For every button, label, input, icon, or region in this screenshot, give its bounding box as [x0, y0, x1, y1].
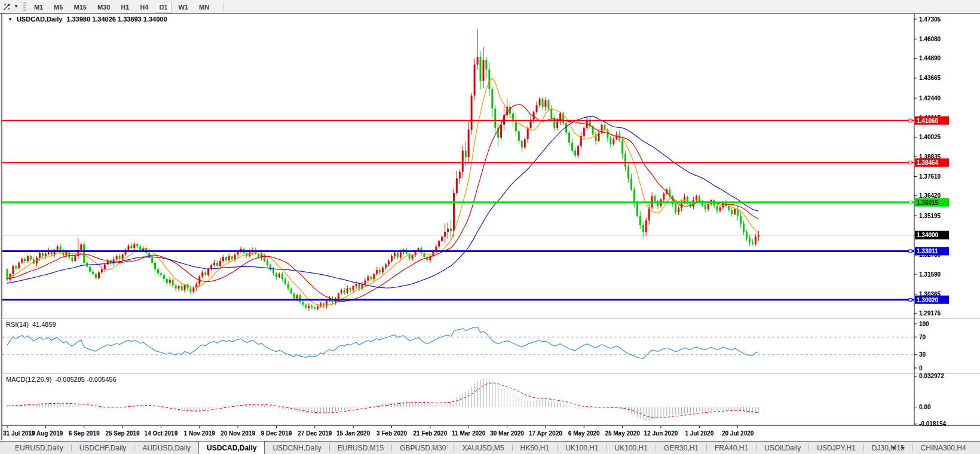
chart-tab-fra40-h1[interactable]: FRA40,H1 — [707, 441, 756, 454]
candle-body — [284, 279, 286, 284]
candle-body — [186, 284, 188, 289]
timeframe-button-d1[interactable]: D1 — [155, 2, 172, 13]
chart-symbol-label: USDCAD,Daily — [17, 16, 62, 23]
date-label: 27 Dec 2019 — [298, 430, 332, 437]
candle-body — [172, 280, 174, 286]
candle-body — [27, 256, 29, 261]
support-level-anchor[interactable] — [909, 298, 912, 301]
candle-body — [160, 273, 162, 275]
chart-tab-usdchf-daily[interactable]: USDCHF,Daily — [72, 441, 134, 454]
timeframe-button-w1[interactable]: W1 — [174, 2, 192, 13]
candle-body — [435, 247, 437, 251]
chart-tab-usdcad-daily[interactable]: USDCAD,Daily — [198, 441, 265, 454]
candle-body — [166, 279, 168, 283]
candle-body — [462, 151, 464, 171]
candle-body — [509, 107, 511, 114]
chevron-down-icon[interactable]: ▼ — [14, 2, 19, 11]
chart-tab-usoil-daily[interactable]: USOil,Daily — [757, 441, 808, 454]
candle-body — [133, 244, 135, 249]
candle-body — [716, 206, 718, 211]
date-label: 11 Mar 2020 — [452, 430, 486, 437]
timeframe-button-m15[interactable]: M15 — [69, 2, 90, 13]
candle-body — [296, 295, 298, 298]
candle-body — [329, 299, 330, 301]
resistance-level-price-chip-text: 1.41060 — [917, 118, 939, 124]
support-level-price-chip-text: 1.33011 — [917, 248, 938, 254]
candle-body — [299, 295, 301, 302]
candle-body — [252, 250, 253, 252]
current-price-price-chip-text: 1.34000 — [917, 232, 939, 238]
candle-body — [370, 277, 372, 279]
candle-body — [705, 205, 706, 209]
candle-body — [503, 115, 505, 125]
candle-body — [281, 274, 283, 279]
timeframe-button-h1[interactable]: H1 — [117, 2, 133, 13]
candle-body — [388, 261, 390, 264]
candle-body — [465, 151, 467, 157]
timeframe-button-h4[interactable]: H4 — [136, 2, 152, 13]
chart-tab-eurusd-daily[interactable]: EURUSD,Daily — [7, 441, 71, 454]
timeframe-button-m5[interactable]: M5 — [50, 2, 67, 13]
candle-body — [128, 246, 130, 250]
candle-body — [758, 235, 760, 237]
rsi-value: 41.4859 — [32, 321, 56, 328]
chart-tab-china300-h4[interactable]: CHINA300,H4 — [913, 441, 974, 454]
candle-body — [684, 197, 685, 203]
timeframe-button-m1[interactable]: M1 — [30, 2, 47, 13]
chart-tab-uk100-h1[interactable]: UK100,H1 — [607, 441, 656, 454]
toolbar-drag-handle[interactable] — [23, 2, 26, 11]
candle-body — [474, 65, 476, 96]
chart-tab-hk50-h1[interactable]: HK50,H1 — [513, 441, 558, 454]
candle-body — [657, 201, 659, 206]
chart-tab-gbpusd-m30[interactable]: GBPUSD,M30 — [392, 441, 454, 454]
candle-body — [332, 299, 333, 303]
candle-body — [270, 265, 271, 269]
price-tick-label: 1.47305 — [919, 16, 941, 23]
tabs-scroll-left-icon[interactable]: ◄ — [890, 441, 896, 454]
chart-tab-xauusd-m5[interactable]: XAUUSD,M5 — [454, 441, 512, 454]
candle-body — [60, 247, 62, 251]
resistance-level-anchor[interactable] — [909, 119, 912, 122]
crosshair-cursor-icon[interactable] — [2, 2, 13, 11]
macd-signal-line — [7, 383, 758, 418]
candle-body — [755, 237, 757, 244]
chart-tab-uk100-h1[interactable]: UK100,H1 — [558, 441, 606, 454]
timeframe-button-m30[interactable]: M30 — [93, 2, 114, 13]
candle-body — [89, 267, 91, 272]
candle-body — [213, 263, 215, 265]
chart-tab-usdjpy-h1[interactable]: USDJPY,H1 — [809, 441, 863, 454]
candle-body — [189, 289, 191, 292]
price-tick-label: 1.31590 — [919, 271, 941, 278]
pivot-level-anchor[interactable] — [909, 201, 912, 204]
candle-body — [344, 290, 345, 293]
candle-body — [497, 128, 499, 137]
triangle-down-icon[interactable]: ▼ — [8, 17, 13, 22]
chart-tab-audusd-daily[interactable]: AUDUSD,Daily — [134, 441, 198, 454]
candle-body — [367, 277, 369, 281]
support-level-anchor[interactable] — [909, 250, 912, 253]
candle-body — [74, 256, 76, 261]
date-label: 20 Jul 2020 — [722, 430, 754, 437]
candle-body — [415, 251, 416, 256]
resistance-level-anchor[interactable] — [909, 161, 912, 164]
chart-tab-eurusd-m15[interactable]: EURUSD,M15 — [330, 441, 391, 454]
price-tick-label: 1.46080 — [919, 36, 941, 42]
candle-body — [362, 284, 363, 289]
candle-body — [681, 203, 682, 208]
candle-body — [678, 208, 679, 213]
candle-body — [438, 241, 440, 247]
candle-body — [559, 114, 561, 122]
tabs-scroll-right-icon[interactable]: ► — [901, 441, 906, 454]
timeframe-button-mn[interactable]: MN — [195, 2, 213, 13]
candle-body — [255, 250, 256, 254]
candle-body — [163, 275, 165, 279]
candle-body — [615, 134, 617, 139]
chart-tab-usdcnh-daily[interactable]: USDCNH,Daily — [265, 441, 329, 454]
date-label: 25 Sep 2019 — [105, 430, 140, 437]
candle-body — [125, 250, 127, 254]
candle-body — [542, 99, 544, 107]
chart-title: ▼ USDCAD,Daily 1.33980 1.34026 1.33893 1… — [8, 16, 167, 23]
candle-body — [379, 270, 381, 272]
candle-body — [39, 253, 41, 257]
chart-tab-ger30-h1[interactable]: GER30,H1 — [656, 441, 706, 454]
